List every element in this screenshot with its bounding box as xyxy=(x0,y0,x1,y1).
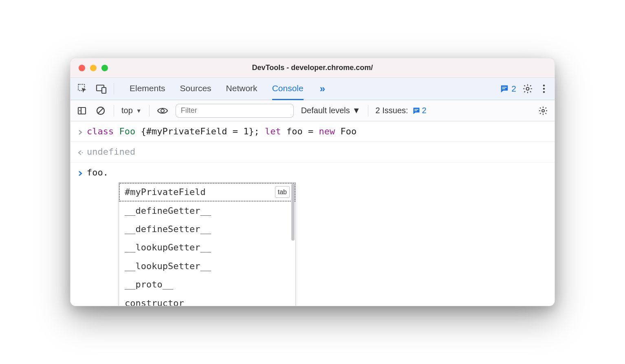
messages-count: 2 xyxy=(511,84,516,94)
settings-gear-icon[interactable] xyxy=(522,83,533,94)
live-expression-eye-icon[interactable] xyxy=(157,105,168,116)
svg-rect-3 xyxy=(502,87,507,88)
close-window-button[interactable] xyxy=(79,65,85,71)
issues-count: 2 xyxy=(422,106,427,115)
window-title: DevTools - developer.chrome.com/ xyxy=(70,64,555,72)
autocomplete-item-label: __lookupSetter__ xyxy=(125,259,211,274)
autocomplete-item[interactable]: __proto__ xyxy=(119,275,295,294)
console-toolbar: top ▼ Default levels ▼ 2 Issues: 2 xyxy=(70,100,555,121)
sidebar-toggle-icon[interactable] xyxy=(76,105,88,116)
console-result-value: undefined xyxy=(87,144,135,159)
tab-console[interactable]: Console xyxy=(272,78,304,100)
messages-badge[interactable]: 2 xyxy=(500,84,516,94)
inspect-element-icon[interactable] xyxy=(76,82,89,95)
svg-point-5 xyxy=(526,88,529,90)
tab-hint: tab xyxy=(275,186,290,198)
filter-input[interactable] xyxy=(176,104,294,118)
autocomplete-scrollbar[interactable] xyxy=(291,184,295,241)
autocomplete-popup: #myPrivateFieldtab__defineGetter____defi… xyxy=(119,182,296,306)
more-tabs-icon[interactable]: » xyxy=(320,83,325,94)
input-chevron-icon xyxy=(78,129,87,135)
tab-network[interactable]: Network xyxy=(226,78,257,100)
code-token: foo = xyxy=(286,126,319,136)
issues-indicator[interactable]: 2 Issues: 2 xyxy=(376,106,427,115)
code-token: Foo xyxy=(119,126,141,136)
autocomplete-item-label: __defineGetter__ xyxy=(125,203,211,218)
svg-point-7 xyxy=(543,88,545,90)
code-token: {#myPrivateField = 1}; xyxy=(141,126,265,136)
context-label: top xyxy=(121,106,133,115)
code-token: class xyxy=(87,126,119,136)
console-current-input[interactable]: foo. xyxy=(87,165,108,180)
svg-point-6 xyxy=(543,85,545,87)
context-selector[interactable]: top ▼ xyxy=(121,106,142,115)
autocomplete-item[interactable]: __defineSetter__ xyxy=(119,220,295,238)
svg-point-16 xyxy=(542,110,544,112)
main-toolbar: Elements Sources Network Console » 2 xyxy=(70,78,555,100)
dropdown-triangle-icon: ▼ xyxy=(352,106,361,115)
svg-point-17 xyxy=(82,152,83,153)
clear-console-icon[interactable] xyxy=(95,105,106,116)
autocomplete-item[interactable]: #myPrivateFieldtab xyxy=(119,183,295,201)
autocomplete-item-label: __proto__ xyxy=(125,277,173,292)
autocomplete-item[interactable]: __lookupSetter__ xyxy=(119,257,295,275)
console-input-history-row[interactable]: class Foo {#myPrivateField = 1}; let foo… xyxy=(70,121,555,142)
log-levels-selector[interactable]: Default levels ▼ xyxy=(301,106,361,115)
more-menu-icon[interactable] xyxy=(539,84,549,94)
titlebar: DevTools - developer.chrome.com/ xyxy=(70,58,555,78)
subbar-divider-1 xyxy=(114,105,114,116)
code-token: new xyxy=(319,126,341,136)
autocomplete-item-label: __lookupGetter__ xyxy=(125,240,211,255)
output-chevron-icon xyxy=(78,150,87,156)
panel-tabs: Elements Sources Network Console xyxy=(130,78,304,100)
autocomplete-item[interactable]: __defineGetter__ xyxy=(119,202,295,220)
subbar-divider-2 xyxy=(149,105,150,116)
svg-rect-15 xyxy=(414,110,417,111)
issues-label: 2 Issues: xyxy=(376,106,408,115)
svg-line-12 xyxy=(98,108,103,113)
console-current-input-row[interactable]: foo. xyxy=(70,162,555,182)
autocomplete-item[interactable]: __lookupGetter__ xyxy=(119,238,295,257)
svg-rect-2 xyxy=(102,88,106,93)
svg-rect-14 xyxy=(414,109,418,110)
console-result-row: undefined xyxy=(70,142,555,162)
dropdown-triangle-icon: ▼ xyxy=(136,107,142,114)
console-body[interactable]: class Foo {#myPrivateField = 1}; let foo… xyxy=(70,121,555,306)
svg-point-13 xyxy=(161,109,164,112)
code-token: Foo xyxy=(341,126,357,136)
console-settings-gear-icon[interactable] xyxy=(537,105,549,116)
tab-sources[interactable]: Sources xyxy=(180,78,211,100)
subbar-divider-3 xyxy=(368,105,368,116)
minimize-window-button[interactable] xyxy=(90,65,97,71)
console-code-line: class Foo {#myPrivateField = 1}; let foo… xyxy=(87,124,357,139)
svg-point-8 xyxy=(543,91,545,93)
devtools-window: DevTools - developer.chrome.com/ Element… xyxy=(70,58,555,306)
autocomplete-item-label: __defineSetter__ xyxy=(125,221,211,237)
maximize-window-button[interactable] xyxy=(101,65,108,71)
code-token: let xyxy=(265,126,286,136)
autocomplete-item-label: #myPrivateField xyxy=(125,184,206,200)
levels-label: Default levels xyxy=(301,106,350,115)
tab-elements[interactable]: Elements xyxy=(130,78,165,100)
device-toggle-icon[interactable] xyxy=(95,82,108,95)
traffic-lights xyxy=(70,65,108,71)
svg-rect-4 xyxy=(502,88,505,89)
autocomplete-item-label: constructor xyxy=(125,296,184,306)
toolbar-divider xyxy=(114,83,114,94)
prompt-chevron-icon xyxy=(78,171,87,176)
autocomplete-item[interactable]: constructor xyxy=(119,294,295,306)
